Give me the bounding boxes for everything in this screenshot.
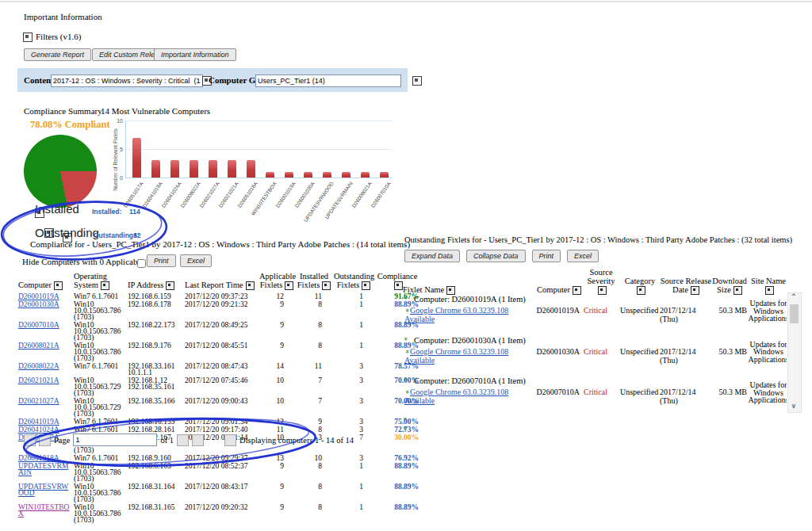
sort-icon[interactable]: [285, 281, 293, 290]
right-panel-scrollbar[interactable]: ^ v: [787, 292, 802, 413]
bar-WIN10TESTBOX: [266, 172, 274, 178]
fixlet-table-header: Fixlet NameComputerSource SeverityCatego…: [403, 268, 787, 296]
bar-D26007010A: [380, 172, 389, 178]
fixlet-link[interactable]: Google Chrome 63.0.3239.108 Available: [404, 306, 508, 323]
last-report-cell: 2017/12/20 08:52:37: [184, 463, 259, 483]
computer-link[interactable]: D26007010A: [18, 321, 59, 329]
applicable-cell: 9: [259, 504, 295, 525]
scrollbar-thumb[interactable]: [790, 304, 799, 323]
compliance-report-page: Important Information Filters (v1.6) Gen…: [0, 0, 812, 531]
outstanding-cell: 1: [333, 342, 374, 363]
bar-D26008021A: [361, 172, 370, 178]
computer-link[interactable]: D26001019A: [18, 292, 59, 300]
installed-cell: 11: [295, 363, 333, 377]
column-header-label: Source Release Date: [661, 277, 711, 294]
outstanding-cell: 1: [333, 301, 374, 322]
os-cell: Win7 6.1.7601: [73, 363, 127, 377]
computer-link[interactable]: D26051018A: [18, 454, 59, 462]
last-page-button[interactable]: [192, 434, 204, 446]
last-report-cell: 2017/12/20 09:20:32: [184, 504, 259, 525]
sort-icon[interactable]: [394, 281, 403, 290]
row-marker-icon[interactable]: »: [404, 350, 411, 355]
collapse-data-button[interactable]: Collapse Data: [466, 250, 526, 262]
installed-title: Installed: [35, 202, 79, 216]
prev-page-button[interactable]: [39, 434, 51, 446]
row-marker-icon[interactable]: »: [404, 390, 411, 395]
important-information-button[interactable]: Important Information: [154, 48, 236, 61]
left-print-button[interactable]: Print: [147, 254, 176, 267]
last-report-cell: 2017/12/20 07:45:46: [184, 377, 259, 398]
row-marker-icon[interactable]: »: [403, 377, 409, 383]
release-date-cell: 2017/12/14 (Thu): [660, 388, 712, 405]
computer-link[interactable]: WIN10TESTBOX: [18, 503, 69, 518]
sort-icon[interactable]: [54, 281, 63, 290]
outstanding-cell: 1: [333, 483, 374, 504]
content-input[interactable]: [51, 74, 203, 87]
page-input[interactable]: [73, 434, 157, 446]
applicable-cell: 13: [259, 455, 295, 463]
computer-link[interactable]: UPDATESVRMAIN: [18, 462, 68, 476]
ip-cell: 192.168.1.12 192.168.35.161: [127, 377, 184, 398]
table-row: D26021027AWin10 10.0.15063.729 (1703)192…: [17, 398, 420, 418]
next-page-button[interactable]: [177, 434, 189, 446]
bar-D26021027A: [209, 160, 217, 178]
refresh-button[interactable]: [224, 434, 236, 446]
first-page-button[interactable]: [24, 434, 36, 446]
installed-cell: 7: [295, 377, 333, 398]
table-row: D26007010AWin10 10.0.15063.786 (1703)192…: [17, 322, 420, 342]
scroll-up-icon[interactable]: ^: [788, 293, 799, 303]
outstanding-cell: 1: [333, 504, 374, 525]
right-excel-button[interactable]: Excel: [567, 250, 599, 262]
os-cell: Win10 10.0.15063.786 (1703): [73, 301, 127, 322]
installed-cell: 8: [295, 301, 333, 322]
right-print-button[interactable]: Print: [532, 250, 561, 262]
computer-link[interactable]: D26041024A: [18, 426, 59, 434]
hide-computers-checkbox[interactable]: [137, 259, 146, 268]
expand-data-button[interactable]: Expand Data: [404, 250, 460, 262]
ip-cell: 192.168.33.161 10.1.1.1: [127, 363, 184, 377]
column-header-label: Computer: [18, 281, 52, 289]
applicable-cell: 9: [259, 301, 295, 322]
outstanding-title: Outstanding: [35, 226, 99, 239]
outstanding-cell: 3: [333, 455, 374, 463]
ip-cell: 192.168.35.166: [127, 398, 184, 418]
computer-link[interactable]: D26001030A: [18, 300, 59, 308]
computer-link[interactable]: D26021021A: [18, 376, 59, 384]
row-marker-icon[interactable]: »: [404, 308, 411, 314]
page-label: Page: [54, 436, 70, 445]
computer-cell: D26001030A: [536, 347, 582, 356]
sort-icon[interactable]: [246, 281, 255, 290]
column-header-source-severity: Source Severity: [582, 268, 620, 296]
row-marker-icon[interactable]: »: [403, 337, 409, 342]
computer-link[interactable]: D26021027A: [18, 397, 59, 405]
computer-link[interactable]: D26008021A: [18, 342, 59, 350]
applicable-cell: 9: [259, 322, 295, 342]
computer-link[interactable]: D26008022A: [18, 362, 59, 370]
computer-group-picker-icon[interactable]: [412, 76, 422, 86]
sort-icon[interactable]: [362, 281, 370, 290]
sort-icon[interactable]: [101, 281, 109, 290]
os-cell: Win10 10.0.15063.786 (1703): [73, 342, 127, 363]
outstanding-count-label: Outstandings:: [94, 231, 140, 239]
filters-icon: [23, 32, 33, 42]
column-header-label: IP Address: [128, 281, 163, 289]
computer-link[interactable]: D26041019A: [18, 418, 59, 426]
outstanding-cell: 1: [333, 322, 374, 342]
left-excel-button[interactable]: Excel: [180, 254, 212, 267]
sort-icon[interactable]: [166, 281, 174, 290]
group-header: »Computer: D26001019A (1 Item): [403, 294, 787, 304]
fixlet-link[interactable]: Google Chrome 63.0.3239.108 Available: [404, 347, 508, 365]
row-marker-icon[interactable]: »: [403, 296, 409, 301]
sort-icon[interactable]: [322, 281, 331, 290]
column-header-label: Source Severity: [588, 268, 615, 285]
group-header-label: Computer: D26001019A (1 Item): [414, 295, 526, 304]
generate-report-button[interactable]: Generate Report: [24, 48, 91, 61]
fixlet-link[interactable]: Google Chrome 63.0.3239.108 Available: [404, 388, 508, 405]
category-cell: Unspecified: [620, 347, 660, 356]
computer-group-input[interactable]: [255, 74, 401, 87]
y-tick-label: 0: [112, 175, 123, 181]
scroll-down-icon[interactable]: v: [788, 403, 799, 412]
computer-link[interactable]: UPDATESVRWOOD: [18, 483, 68, 497]
installed-cell: 8: [295, 504, 333, 525]
bar-D26001030A: [304, 172, 312, 178]
